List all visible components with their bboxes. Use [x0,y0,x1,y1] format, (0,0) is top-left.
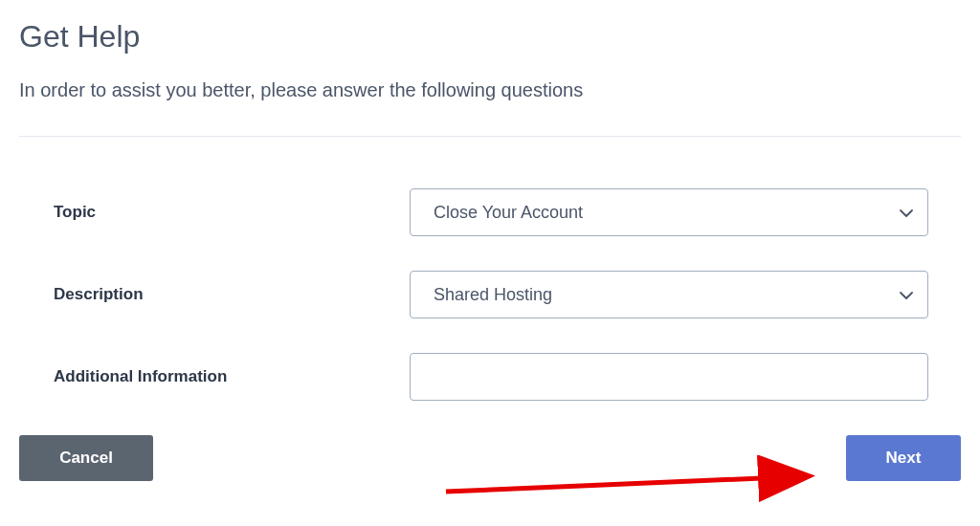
page-subtitle: In order to assist you better, please an… [19,79,961,101]
topic-select[interactable]: Close Your Account [410,188,928,236]
next-button[interactable]: Next [846,435,961,481]
description-label: Description [54,285,410,304]
cancel-button[interactable]: Cancel [19,435,153,481]
description-select[interactable]: Shared Hosting [410,271,928,318]
additional-row: Additional Information [19,353,961,401]
divider [19,136,961,137]
topic-label: Topic [54,203,410,222]
topic-row: Topic Close Your Account [19,188,961,236]
description-select-wrapper: Shared Hosting [410,271,928,318]
additional-label: Additional Information [54,367,410,386]
additional-input[interactable] [410,353,928,401]
button-row: Cancel Next [19,435,961,481]
topic-select-wrapper: Close Your Account [410,188,928,236]
description-row: Description Shared Hosting [19,271,961,318]
page-title: Get Help [19,19,961,55]
